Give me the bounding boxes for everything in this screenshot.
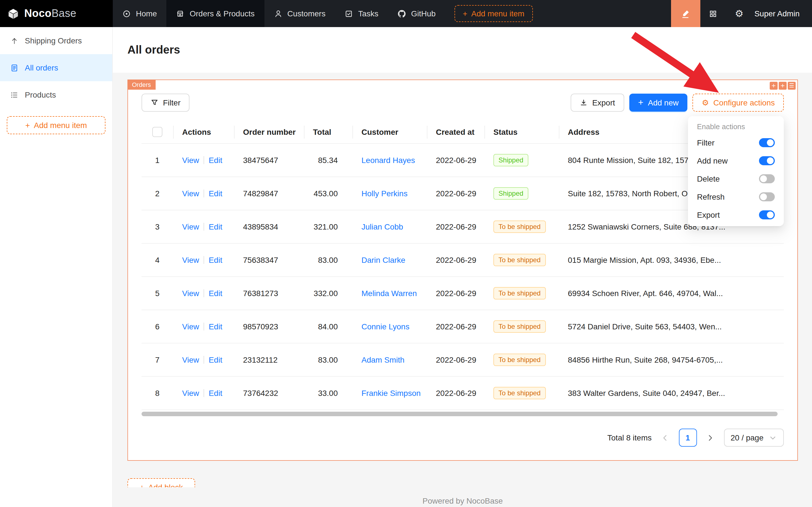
- pagination-page-button[interactable]: 1: [679, 429, 697, 447]
- view-link[interactable]: View: [182, 289, 199, 298]
- page-title: All orders: [127, 44, 180, 56]
- toggle-filter[interactable]: [759, 138, 775, 147]
- table-row[interactable]: 1ViewEdit3847564785.34Leonard Hayes2022-…: [141, 144, 784, 177]
- customer-link[interactable]: Frankie Simpson: [361, 389, 421, 398]
- edit-link[interactable]: Edit: [209, 355, 222, 364]
- column-header-order-number: Order number: [234, 121, 304, 144]
- plus-square-icon[interactable]: +: [779, 82, 787, 90]
- pagination-prev-button[interactable]: [656, 429, 674, 447]
- status-cell: Shipped: [484, 144, 559, 177]
- edit-link[interactable]: Edit: [209, 156, 222, 165]
- customer-link[interactable]: Julian Cobb: [361, 222, 403, 231]
- view-link[interactable]: View: [182, 156, 199, 165]
- row-index: 5: [141, 277, 173, 310]
- nav-item-tasks[interactable]: Tasks: [335, 0, 388, 27]
- horizontal-scrollbar[interactable]: [141, 412, 784, 416]
- plus-square-icon[interactable]: +: [770, 82, 777, 90]
- view-link[interactable]: View: [182, 189, 199, 198]
- edit-link[interactable]: Edit: [209, 189, 222, 198]
- view-link[interactable]: View: [182, 355, 199, 364]
- sidebar-item-products[interactable]: Products: [0, 81, 112, 108]
- settings-button[interactable]: ⚙: [726, 0, 752, 27]
- scrollbar-thumb[interactable]: [141, 412, 777, 416]
- table-row[interactable]: 5ViewEdit76381273332.00Melinda Warren202…: [141, 277, 784, 310]
- created-at-cell: 2022-06-29: [427, 210, 484, 244]
- table-row[interactable]: 6ViewEdit9857092384.00Connie Lyons2022-0…: [141, 310, 784, 343]
- customer-link[interactable]: Adam Smith: [361, 355, 405, 364]
- table-row[interactable]: 4ViewEdit7563834783.00Darin Clarke2022-0…: [141, 244, 784, 277]
- customer-link[interactable]: Melinda Warren: [361, 289, 417, 298]
- app-logo-text: NocoBase: [24, 7, 76, 20]
- table-row[interactable]: 7ViewEdit2313211283.00Adam Smith2022-06-…: [141, 343, 784, 377]
- customer-link[interactable]: Holly Perkins: [361, 189, 407, 198]
- filter-button[interactable]: Filter: [141, 94, 189, 112]
- app-logo[interactable]: NocoBase: [0, 0, 113, 27]
- sidebar-item-shipping-orders[interactable]: Shipping Orders: [0, 27, 112, 54]
- table-row[interactable]: 8ViewEdit7376423233.00Frankie Simpson202…: [141, 377, 784, 410]
- menu-icon[interactable]: ☰: [788, 82, 796, 90]
- total-cell: 332.00: [304, 277, 352, 310]
- toggle-refresh[interactable]: [759, 192, 775, 201]
- edit-link[interactable]: Edit: [209, 389, 222, 398]
- total-cell: 33.00: [304, 377, 352, 410]
- edit-link[interactable]: Edit: [209, 256, 222, 265]
- customer-link[interactable]: Leonard Hayes: [361, 156, 415, 165]
- export-icon: [580, 99, 588, 107]
- order-number-cell: 76381273: [234, 277, 304, 310]
- nav-item-home[interactable]: Home: [113, 0, 167, 27]
- column-header-actions: Actions: [173, 121, 234, 144]
- add-new-button[interactable]: + Add new: [629, 94, 688, 112]
- created-at-cell: 2022-06-29: [427, 244, 484, 277]
- status-cell: To be shipped: [484, 343, 559, 377]
- enable-action-filter[interactable]: Filter: [690, 134, 781, 152]
- main-nav: HomeOrders & ProductsCustomersTasksGitHu…: [113, 0, 445, 27]
- edit-link[interactable]: Edit: [209, 322, 222, 331]
- enable-action-refresh[interactable]: Refresh: [690, 188, 781, 206]
- view-link[interactable]: View: [182, 389, 199, 398]
- page-size-select[interactable]: 20 / page: [724, 429, 784, 447]
- customer-link[interactable]: Connie Lyons: [361, 322, 409, 331]
- table-row[interactable]: 3ViewEdit43895834321.00Julian Cobb2022-0…: [141, 210, 784, 244]
- customer-link[interactable]: Darin Clarke: [361, 256, 405, 265]
- toggle-delete[interactable]: [759, 174, 775, 183]
- plugin-manager-button[interactable]: [700, 0, 726, 27]
- sidebar-add-menu-item-button[interactable]: + Add menu item: [7, 116, 106, 134]
- created-at-cell: 2022-06-29: [427, 177, 484, 210]
- orders-table-block: Orders ++☰ Filter Export + A: [127, 79, 798, 461]
- plus-icon: +: [139, 483, 144, 488]
- edit-link[interactable]: Edit: [209, 222, 222, 231]
- enable-action-export[interactable]: Export: [690, 206, 781, 224]
- total-cell: 84.00: [304, 310, 352, 343]
- edit-link[interactable]: Edit: [209, 289, 222, 298]
- nav-item-orders-products[interactable]: Orders & Products: [167, 0, 264, 27]
- collection-tag: Orders: [127, 79, 155, 90]
- sidebar-item-all-orders[interactable]: All orders: [0, 54, 112, 81]
- enable-action-delete[interactable]: Delete: [690, 170, 781, 188]
- add-block-clip: + Add block: [127, 478, 195, 488]
- ui-editor-button[interactable]: [671, 0, 700, 27]
- view-link[interactable]: View: [182, 322, 199, 331]
- address-cell: 015 Margie Mission, Apt. 093, 34936, Ebe…: [559, 244, 784, 277]
- select-all-checkbox[interactable]: [152, 127, 162, 137]
- total-cell: 321.00: [304, 210, 352, 244]
- add-block-button[interactable]: + Add block: [127, 478, 195, 488]
- view-link[interactable]: View: [182, 222, 199, 231]
- toggle-export[interactable]: [759, 210, 775, 219]
- plus-icon: +: [638, 98, 643, 107]
- orders-doc-icon: [10, 63, 19, 72]
- view-link[interactable]: View: [182, 256, 199, 265]
- nav-item-github[interactable]: GitHub: [388, 0, 445, 27]
- configure-actions-button[interactable]: ⚙ Configure actions: [693, 94, 784, 112]
- export-button[interactable]: Export: [571, 94, 624, 112]
- enable-action-add-new[interactable]: Add new: [690, 152, 781, 170]
- pagination-next-button[interactable]: [701, 429, 719, 447]
- navbar-add-menu-item-button[interactable]: + Add menu item: [454, 5, 533, 22]
- row-index: 3: [141, 210, 173, 244]
- nav-item-customers[interactable]: Customers: [264, 0, 335, 27]
- user-menu[interactable]: Super Admin: [752, 9, 812, 18]
- total-cell: 453.00: [304, 177, 352, 210]
- toggle-add-new[interactable]: [759, 156, 775, 165]
- page-content: Orders ++☰ Filter Export + A: [113, 73, 812, 507]
- customer-cell: Connie Lyons: [352, 310, 427, 343]
- table-row[interactable]: 2ViewEdit74829847453.00Holly Perkins2022…: [141, 177, 784, 210]
